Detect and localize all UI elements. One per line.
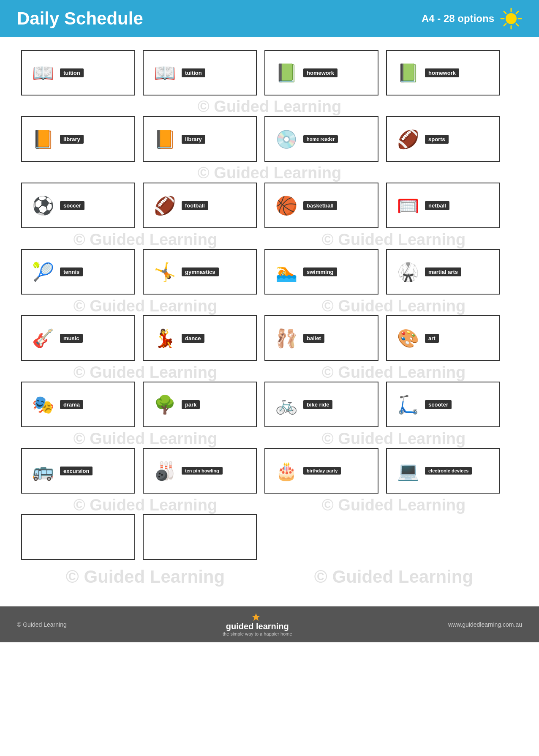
swimming-icon: 🏊 <box>270 255 303 289</box>
card-art: 🎨 art <box>386 315 500 361</box>
art-icon: 🎨 <box>391 321 425 355</box>
bike-ride-icon: 🚲 <box>270 388 303 421</box>
bike-ride-label: bike ride <box>303 400 332 409</box>
library-2-icon: 📙 <box>148 122 182 156</box>
card-music: 🎸 music <box>21 315 135 361</box>
card-dance: 💃 dance <box>143 315 257 361</box>
dance-icon: 💃 <box>148 321 182 355</box>
netball-label: netball <box>425 201 449 210</box>
homework-1-label: homework <box>303 68 338 77</box>
main-content: 📖 tuition 📖 tuition 📗 homework 📗 homewor… <box>0 37 539 598</box>
scooter-label: scooter <box>425 400 452 409</box>
cards-row-7: 🚌 excursion 🎳 ten pin bowling 🎂 birthday… <box>21 448 518 494</box>
art-label: art <box>425 334 439 343</box>
card-swimming: 🏊 swimming <box>264 249 378 295</box>
drama-icon: 🎭 <box>26 388 60 421</box>
martial-arts-icon: 🥋 <box>391 255 425 289</box>
watermark-4: © Guided Learning © Guided Learning <box>21 297 518 315</box>
dance-label: dance <box>182 334 204 343</box>
page-title: Daily Schedule <box>17 8 143 29</box>
birthday-label: birthday party <box>303 467 341 475</box>
card-electronic-devices: 💻 electronic devices <box>386 448 500 494</box>
watermark-6: © Guided Learning © Guided Learning <box>21 429 518 448</box>
card-tuition-2: 📖 tuition <box>143 50 257 96</box>
home-reader-icon: 💿 <box>270 122 303 156</box>
cards-row-1: 📖 tuition 📖 tuition 📗 homework 📗 homewor… <box>21 50 518 96</box>
library-1-label: library <box>60 135 84 144</box>
row-8 <box>21 514 518 560</box>
homework-2-label: homework <box>425 68 459 77</box>
card-excursion: 🚌 excursion <box>21 448 135 494</box>
cards-row-8 <box>21 514 518 560</box>
card-basketball: 🏀 basketball <box>264 183 378 228</box>
card-ten-pin-bowling: 🎳 ten pin bowling <box>143 448 257 494</box>
watermark-3: © Guided Learning © Guided Learning <box>21 230 518 249</box>
cards-row-2: 📙 library 📙 library 💿 home reader 🏈 spor… <box>21 116 518 162</box>
footer-website: www.guidedlearning.com.au <box>448 621 522 628</box>
homework-2-icon: 📗 <box>391 56 425 90</box>
sports-label: sports <box>425 135 449 144</box>
star-icon <box>251 612 261 622</box>
soccer-icon: ⚽ <box>26 188 60 222</box>
park-icon: 🌳 <box>148 388 182 421</box>
library-2-label: library <box>182 135 205 144</box>
soccer-label: soccer <box>60 201 84 210</box>
watermark-bottom: © Guided Learning © Guided Learning <box>21 564 518 590</box>
card-empty-2 <box>143 514 257 560</box>
row-4: 🎾 tennis 🤸 gymnastics 🏊 swimming 🥋 marti… <box>21 249 518 295</box>
ballet-label: ballet <box>303 334 324 343</box>
card-soccer: ⚽ soccer <box>21 183 135 228</box>
header-options: A4 - 28 options <box>422 13 494 25</box>
card-sports: 🏈 sports <box>386 116 500 162</box>
park-label: park <box>182 400 200 409</box>
scooter-icon: 🛴 <box>391 388 425 421</box>
card-park: 🌳 park <box>143 382 257 427</box>
card-library-1: 📙 library <box>21 116 135 162</box>
svg-point-0 <box>506 13 517 24</box>
cards-row-4: 🎾 tennis 🤸 gymnastics 🏊 swimming 🥋 marti… <box>21 249 518 295</box>
tuition-2-icon: 📖 <box>148 56 182 90</box>
card-gymnastics: 🤸 gymnastics <box>143 249 257 295</box>
watermark-5: © Guided Learning © Guided Learning <box>21 363 518 382</box>
electronic-label: electronic devices <box>425 467 472 475</box>
svg-line-5 <box>504 11 506 14</box>
tuition-1-icon: 📖 <box>26 56 60 90</box>
card-homework-2: 📗 homework <box>386 50 500 96</box>
basketball-icon: 🏀 <box>270 188 303 222</box>
cards-row-3: ⚽ soccer 🏈 football 🏀 basketball 🥅 netba… <box>21 183 518 228</box>
football-icon: 🏈 <box>148 188 182 222</box>
card-birthday-party: 🎂 birthday party <box>264 448 378 494</box>
card-scooter: 🛴 scooter <box>386 382 500 427</box>
card-football: 🏈 football <box>143 183 257 228</box>
footer-copyright: © Guided Learning <box>17 621 67 628</box>
excursion-icon: 🚌 <box>26 454 60 488</box>
footer-logo: guided learning the simple way to a happ… <box>223 612 292 636</box>
card-library-2: 📙 library <box>143 116 257 162</box>
svg-line-6 <box>516 24 518 26</box>
tuition-2-label: tuition <box>182 68 205 77</box>
card-homework-1: 📗 homework <box>264 50 378 96</box>
electronic-icon: 💻 <box>391 454 425 488</box>
card-home-reader: 💿 home reader <box>264 116 378 162</box>
swimming-label: swimming <box>303 267 337 276</box>
row-1: 📖 tuition 📖 tuition 📗 homework 📗 homewor… <box>21 50 518 96</box>
excursion-label: excursion <box>60 467 93 475</box>
netball-icon: 🥅 <box>391 188 425 222</box>
home-reader-label: home reader <box>303 135 338 143</box>
card-tuition-1: 📖 tuition <box>21 50 135 96</box>
card-ballet: 🩰 ballet <box>264 315 378 361</box>
watermark-2: © Guided Learning <box>21 164 518 183</box>
placeholder-2 <box>386 514 500 560</box>
cards-row-5: 🎸 music 💃 dance 🩰 ballet 🎨 art <box>21 315 518 361</box>
gymnastics-icon: 🤸 <box>148 255 182 289</box>
row-6: 🎭 drama 🌳 park 🚲 bike ride 🛴 scooter <box>21 382 518 427</box>
cards-row-6: 🎭 drama 🌳 park 🚲 bike ride 🛴 scooter <box>21 382 518 427</box>
tennis-label: tennis <box>60 267 83 276</box>
martial-arts-label: martial arts <box>425 267 461 276</box>
row-3: ⚽ soccer 🏈 football 🏀 basketball 🥅 netba… <box>21 183 518 228</box>
card-drama: 🎭 drama <box>21 382 135 427</box>
placeholder-1 <box>264 514 378 560</box>
music-icon: 🎸 <box>26 321 60 355</box>
watermark-7: © Guided Learning © Guided Learning <box>21 496 518 514</box>
music-label: music <box>60 334 83 343</box>
